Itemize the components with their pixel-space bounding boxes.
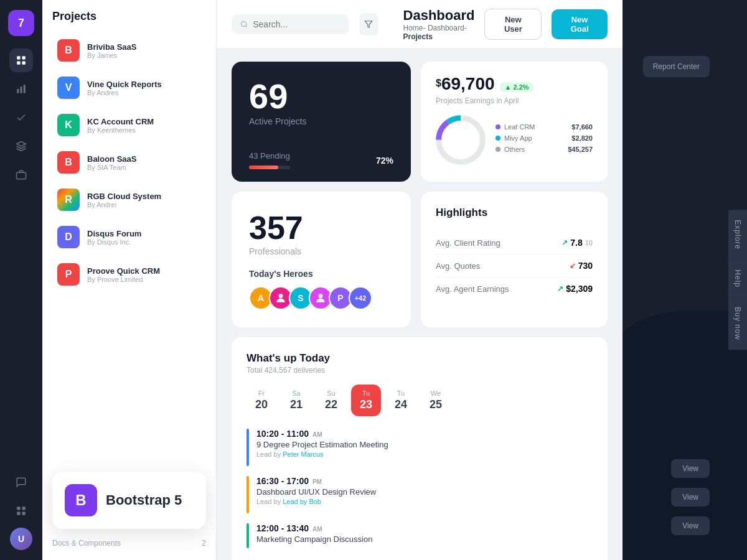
active-projects-bottom: 43 Pending 72% <box>249 151 393 169</box>
main-content: Dashboard Home- Dashboard- Projects New … <box>217 0 622 560</box>
cal-day-4[interactable]: Tu 24 <box>386 385 416 416</box>
professionals-label: Professionals <box>249 246 393 256</box>
svg-rect-11 <box>17 512 20 515</box>
event-time-1: 16:30 - 17:00 PM <box>256 476 376 486</box>
view-button-1[interactable]: View <box>671 459 710 478</box>
sidebar-icon-layers[interactable] <box>9 134 33 158</box>
cal-day-3[interactable]: Tu 23 <box>351 385 381 416</box>
breadcrumb-projects: Projects <box>403 32 433 41</box>
sidebar-avatar[interactable]: 7 <box>8 10 34 36</box>
legend-item-0: Leaf CRM $7,660 <box>496 123 593 131</box>
project-list: B Briviba SaaS By James V Vine Quick Rep… <box>52 33 206 292</box>
event-bar-0 <box>247 429 249 466</box>
cal-day-num-5: 25 <box>430 398 442 411</box>
project-by-0: By James <box>87 52 201 59</box>
svg-rect-4 <box>17 89 19 93</box>
event-item-1: 16:30 - 17:00 PM Dashboard UI/UX Design … <box>247 476 593 513</box>
sidebar-bottom: U <box>9 470 33 550</box>
event-lead-link-0[interactable]: Peter Marcus <box>283 450 323 458</box>
cal-day-0[interactable]: Fr 20 <box>247 385 276 416</box>
trend-up-icon-0: ↗ <box>561 238 568 247</box>
cal-day-5[interactable]: We 25 <box>421 385 451 416</box>
svg-marker-14 <box>365 21 373 28</box>
sidebar-narrow: 7 U <box>0 0 42 560</box>
project-item-0[interactable]: B Briviba SaaS By James <box>52 33 206 68</box>
highlight-value-0: ↗ 7.8 10 <box>561 238 593 248</box>
donut-svg <box>436 115 486 165</box>
projects-title: Projects <box>52 10 206 23</box>
highlight-label-1: Avg. Quotes <box>436 261 480 271</box>
bootstrap-title: Bootstrap 5 <box>106 492 182 508</box>
svg-rect-0 <box>17 56 20 59</box>
sidebar-icon-chart[interactable] <box>9 77 33 101</box>
cal-day-name-4: Tu <box>397 390 405 397</box>
cal-day-num-1: 21 <box>290 398 303 411</box>
view-button-2[interactable]: View <box>671 488 710 506</box>
search-icon <box>240 20 248 29</box>
avatar-face-icon2 <box>314 292 327 304</box>
sidebar-icon-check[interactable] <box>9 106 33 129</box>
report-center-button[interactable]: Report Center <box>643 56 710 77</box>
new-goal-button[interactable]: New Goal <box>552 9 608 39</box>
legend-item-2: Others $45,257 <box>496 146 593 153</box>
filter-icon <box>364 20 373 29</box>
svg-rect-5 <box>21 86 22 93</box>
project-icon-2: K <box>57 114 80 136</box>
filter-button[interactable] <box>359 13 378 35</box>
card-calendar: What's up Today Total 424,567 deliveries… <box>232 337 608 560</box>
legend-name-2: Others <box>504 146 525 153</box>
sidebar-icon-briefcase[interactable] <box>9 163 33 187</box>
svg-point-18 <box>279 294 283 298</box>
event-ampm-0: AM <box>312 431 322 438</box>
project-item-1[interactable]: V Vine Quick Reports By Andres <box>52 70 206 105</box>
professionals-number: 357 <box>249 209 393 246</box>
cal-day-1[interactable]: Sa 21 <box>281 385 311 416</box>
cal-day-num-3: 23 <box>360 398 372 411</box>
sidebar-icon-grid[interactable] <box>9 49 33 72</box>
project-item-3[interactable]: B Baloon SaaS By SIA Team <box>52 145 206 180</box>
project-item-6[interactable]: P Proove Quick CRM By Proove Limited <box>52 257 206 292</box>
sidebar-icon-message[interactable] <box>9 470 33 494</box>
event-lead-0: Lead by Peter Marcus <box>256 450 388 458</box>
docs-count: 2 <box>202 539 206 548</box>
cal-day-2[interactable]: Su 22 <box>316 385 346 416</box>
event-title-0: 9 Degree Project Estimation Meeting <box>256 440 388 449</box>
event-lead-link-1[interactable]: Lead by Bob <box>283 498 321 505</box>
highlight-row-0: Avg. Client Rating ↗ 7.8 10 <box>436 231 593 254</box>
project-by-1: By Andres <box>87 89 201 96</box>
active-projects-label: Active Projects <box>249 116 393 126</box>
highlight-label-0: Avg. Client Rating <box>436 238 500 248</box>
cal-day-name-1: Sa <box>292 390 300 397</box>
highlight-row-1: Avg. Quotes ↙ 730 <box>436 254 593 278</box>
cal-day-name-3: Tu <box>362 390 370 397</box>
search-box[interactable] <box>232 14 349 34</box>
new-user-button[interactable]: New User <box>484 9 542 40</box>
event-ampm-1: PM <box>312 478 322 485</box>
project-icon-5: D <box>57 226 80 248</box>
event-title-1: Dashboard UI/UX Design Review <box>256 487 376 497</box>
user-avatar[interactable]: U <box>10 528 32 550</box>
sidebar-icon-grid2[interactable] <box>9 499 33 523</box>
search-input[interactable] <box>253 19 341 29</box>
bootstrap-card[interactable]: B Bootstrap 5 <box>52 472 206 529</box>
header: Dashboard Home- Dashboard- Projects New … <box>217 0 622 49</box>
project-by-3: By SIA Team <box>87 164 201 171</box>
cal-day-num-2: 22 <box>325 398 337 411</box>
legend-value-1: $2,820 <box>571 134 593 142</box>
docs-label: Docs & Components <box>52 539 121 548</box>
view-button-3[interactable]: View <box>671 516 710 535</box>
earnings-header: $69,700 ▲ 2.2% <box>436 74 593 94</box>
highlight-num-2: $2,309 <box>566 284 593 294</box>
highlight-num-0: 7.8 <box>570 238 582 248</box>
project-item-5[interactable]: D Disqus Forum By Disqus Inc. <box>52 220 206 254</box>
project-item-2[interactable]: K KC Account CRM By Keenthemes <box>52 108 206 142</box>
event-title-2: Marketing Campaign Discussion <box>256 534 372 544</box>
event-item-2: 12:00 - 13:40 AM Marketing Campaign Disc… <box>247 523 593 548</box>
whatsup-subtitle: Total 424,567 deliveries <box>247 366 593 375</box>
cal-day-name-2: Su <box>327 390 335 397</box>
svg-point-13 <box>242 21 247 26</box>
projects-panel: Projects B Briviba SaaS By James V Vine … <box>42 0 217 560</box>
project-item-4[interactable]: R RGB Cloud System By Andrei <box>52 182 206 217</box>
mid-row: 357 Professionals Today's Heroes A S P +… <box>232 192 608 327</box>
trend-up-icon-2: ↗ <box>557 284 563 293</box>
